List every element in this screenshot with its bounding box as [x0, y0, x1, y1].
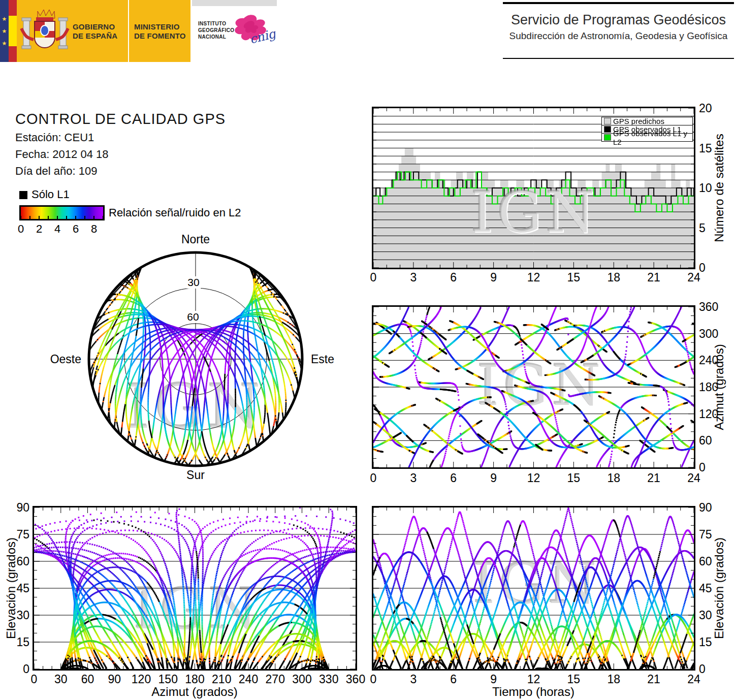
gobierno-banner: ★ ★ ★ GOBIERNO DE ES: [0, 0, 190, 62]
elevation-azimuth-canvas: [34, 507, 356, 669]
x-tick-label: 360: [346, 673, 365, 686]
date-label: Fecha: 2012 04 18: [15, 148, 108, 161]
y-tick-label: 240: [699, 354, 718, 367]
escudo-espana-icon: [19, 5, 70, 58]
x-tick-label: 3: [410, 271, 417, 284]
x-tick-label: 18: [607, 673, 620, 686]
station-label: Estación: CEU1: [15, 131, 94, 144]
service-header: Servicio de Programas Geodésicos Subdire…: [503, 0, 734, 61]
x-tick-label: 210: [212, 673, 231, 686]
colorbar: [19, 205, 105, 220]
page-title: CONTROL DE CALIDAD GPS: [15, 111, 226, 128]
x-tick-label: 90: [108, 673, 121, 686]
x-tick-label: 15: [567, 271, 581, 284]
x-tick-label: 0: [370, 471, 377, 485]
colorbar-tick: [75, 216, 76, 219]
colorbar-tick: [39, 216, 40, 219]
x-tick-label: 300: [292, 673, 311, 686]
y-tick-label: 45: [16, 582, 29, 595]
compass-north-label: Norte: [181, 233, 210, 246]
azimuth-time-plot: IGN: [372, 305, 695, 469]
colorbar-tick: [20, 216, 21, 219]
service-subtitle: Subdirección de Astronomía, Geodesia y G…: [503, 30, 734, 42]
colorbar-tick: [57, 216, 58, 219]
y-tick-label: 180: [699, 380, 718, 394]
x-tick-label: 240: [239, 673, 258, 686]
gobierno-line1: GOBIERNO: [73, 22, 117, 31]
panel-gray-strip: [192, 0, 277, 6]
solo-l1-swatch: [19, 191, 27, 199]
y-tick-label: 0: [699, 261, 706, 275]
service-title: Servicio de Programas Geodésicos: [503, 12, 734, 28]
y-tick-label: 30: [699, 609, 712, 622]
x-tick-label: 0: [31, 673, 38, 686]
x-tick-label: 9: [490, 471, 497, 485]
x-tick-label: 6: [450, 471, 457, 485]
y-tick-label: 75: [16, 528, 29, 542]
ministerio-label: MINISTERIO DE FOMENTO: [134, 22, 186, 41]
flag-red-band: [9, 0, 17, 16]
legend-swatch: [604, 134, 611, 141]
x-tick-label: 9: [490, 271, 497, 284]
ministerio-line1: MINISTERIO: [134, 22, 186, 31]
solo-l1-label: Sólo L1: [31, 188, 70, 201]
y-tick-label: 30: [16, 609, 29, 622]
compass-west-label: Oeste: [50, 353, 81, 366]
colorbar-tick: [103, 216, 104, 219]
spain-flag-strip: [9, 0, 17, 62]
y-tick-label: 0: [699, 662, 706, 676]
x-tick-label: 21: [647, 471, 660, 485]
x-tick-label: 0: [370, 673, 377, 686]
flag-yellow-band: [9, 16, 17, 46]
legend-swatch: [604, 118, 611, 124]
colorbar-tick-label: 2: [36, 222, 42, 236]
x-tick-label: 24: [687, 271, 700, 284]
compass-east-label: Este: [311, 353, 334, 366]
x-tick-label: 30: [54, 673, 68, 686]
x-tick-label: 21: [647, 673, 660, 686]
compass-south-label: Sur: [186, 468, 205, 482]
x-tick-label: 12: [527, 471, 540, 485]
x-tick-label: 180: [185, 673, 204, 686]
y-tick-label: 60: [699, 434, 712, 448]
count-legend-row: GPS observados L1 y L2: [602, 134, 692, 141]
x-tick-label: 150: [158, 673, 178, 686]
y-axis-title-satcount: Número de satélites: [712, 134, 726, 242]
y-tick-label: 0: [699, 461, 706, 474]
cnig-logo-icon: cnig: [229, 11, 275, 52]
y-tick-label: 360: [699, 300, 718, 314]
count-legend-row: GPS predichos: [602, 117, 692, 125]
legend-label: GPS observados L1 y L2: [613, 129, 692, 146]
y-tick-label: 15: [699, 142, 712, 155]
y-tick-label: 45: [699, 582, 712, 595]
x-tick-label: 15: [567, 471, 581, 485]
colorbar-tick: [29, 216, 30, 219]
x-tick-label: 9: [490, 673, 497, 686]
x-axis-title-azimut: Azimut (grados): [151, 685, 237, 699]
colorbar-caption: Relación señal/ruido en L2: [109, 206, 241, 219]
y-tick-label: 60: [16, 555, 29, 568]
x-tick-label: 24: [687, 471, 700, 485]
doy-label: Día del año: 109: [15, 165, 97, 178]
y-tick-label: 0: [23, 662, 29, 676]
x-tick-label: 12: [527, 673, 540, 686]
y-tick-label: 75: [699, 528, 712, 542]
azimuth-time-canvas: [373, 307, 694, 467]
y-tick-label: 60: [699, 555, 712, 568]
y-tick-label: 90: [699, 501, 712, 515]
ministerio-line2: DE FOMENTO: [134, 31, 186, 41]
star-icon: ★: [2, 41, 7, 46]
y-tick-label: 5: [699, 221, 706, 235]
elevation-azimuth-plot: IGN: [33, 506, 357, 671]
x-tick-label: 3: [410, 673, 417, 686]
x-tick-label: 6: [450, 673, 457, 686]
header-rule-bottom: [503, 58, 734, 59]
elevation-time-plot: IGN: [372, 506, 695, 671]
header-rule-top: [503, 2, 734, 4]
x-tick-label: 12: [527, 271, 540, 284]
x-tick-label: 0: [370, 271, 377, 284]
colorbar-tick-label: 6: [73, 222, 79, 236]
x-tick-label: 24: [687, 673, 700, 686]
colorbar-tick: [66, 216, 67, 219]
watermark-ign: IGN: [471, 180, 599, 245]
